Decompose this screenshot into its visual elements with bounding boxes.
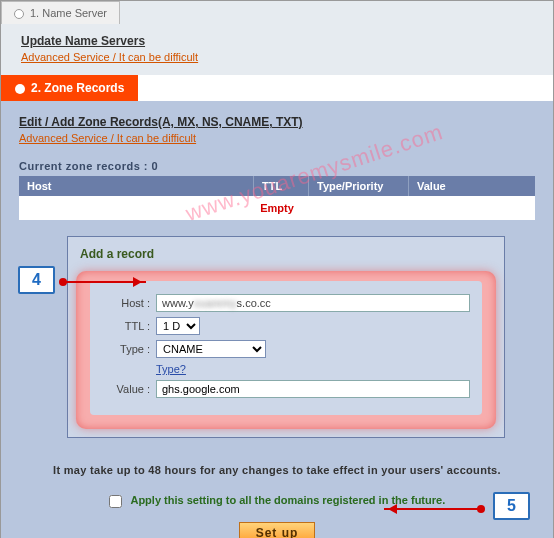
- apply-all-checkbox[interactable]: [109, 495, 122, 508]
- apply-row: Apply this setting to all the domains re…: [19, 494, 535, 508]
- ttl-label: TTL :: [102, 320, 150, 332]
- tab-label: 2. Zone Records: [31, 81, 124, 95]
- type-help-link[interactable]: Type?: [156, 363, 186, 375]
- host-input[interactable]: www.youaremys.co.cc: [156, 294, 470, 312]
- table-header: Host TTL Type/Priority Value: [19, 176, 535, 196]
- add-record-box: Add a record Host : www.youaremys.co.cc …: [67, 236, 505, 438]
- update-name-servers-link[interactable]: Update Name Servers: [21, 34, 533, 48]
- callout-4: 4: [18, 266, 55, 294]
- type-select[interactable]: CNAME: [156, 340, 266, 358]
- advanced-service-link-2[interactable]: Advanced Service / It can be difficult: [19, 132, 196, 144]
- arrow-5: [384, 508, 480, 510]
- radio-active-icon: [15, 84, 25, 94]
- tab-label: 1. Name Server: [30, 7, 107, 19]
- apply-label: Apply this setting to all the domains re…: [130, 494, 445, 506]
- th-ttl: TTL: [254, 176, 309, 196]
- value-label: Value :: [102, 383, 150, 395]
- callout-5: 5: [493, 492, 530, 520]
- value-input[interactable]: [156, 380, 470, 398]
- advanced-service-link-1[interactable]: Advanced Service / It can be difficult: [21, 51, 198, 63]
- radio-icon: [14, 9, 24, 19]
- button-row: Set up: [19, 522, 535, 538]
- th-type: Type/Priority: [309, 176, 409, 196]
- zone-records-section: Edit / Add Zone Records(A, MX, NS, CNAME…: [1, 101, 553, 538]
- records-table: Host TTL Type/Priority Value Empty: [19, 176, 535, 220]
- app-frame: 1. Name Server Update Name Servers Advan…: [0, 0, 554, 538]
- th-value: Value: [409, 176, 535, 196]
- current-records-label: Current zone records : 0: [19, 160, 535, 172]
- edit-add-zone-records-link[interactable]: Edit / Add Zone Records(A, MX, NS, CNAME…: [19, 115, 535, 129]
- type-label: Type :: [102, 343, 150, 355]
- th-host: Host: [19, 176, 254, 196]
- setup-button[interactable]: Set up: [239, 522, 316, 538]
- highlighted-form: Host : www.youaremys.co.cc TTL : 1 D Typ…: [76, 271, 496, 429]
- arrow-4: [64, 281, 146, 283]
- table-empty-row: Empty: [19, 196, 535, 220]
- propagation-note: It may take up to 48 hours for any chang…: [19, 464, 535, 476]
- host-label: Host :: [102, 297, 150, 309]
- tab-zone-records[interactable]: 2. Zone Records: [1, 75, 138, 101]
- name-server-section: 1. Name Server Update Name Servers Advan…: [1, 1, 553, 75]
- tab-name-server[interactable]: 1. Name Server: [1, 1, 120, 24]
- add-record-title: Add a record: [80, 247, 496, 261]
- ttl-select[interactable]: 1 D: [156, 317, 200, 335]
